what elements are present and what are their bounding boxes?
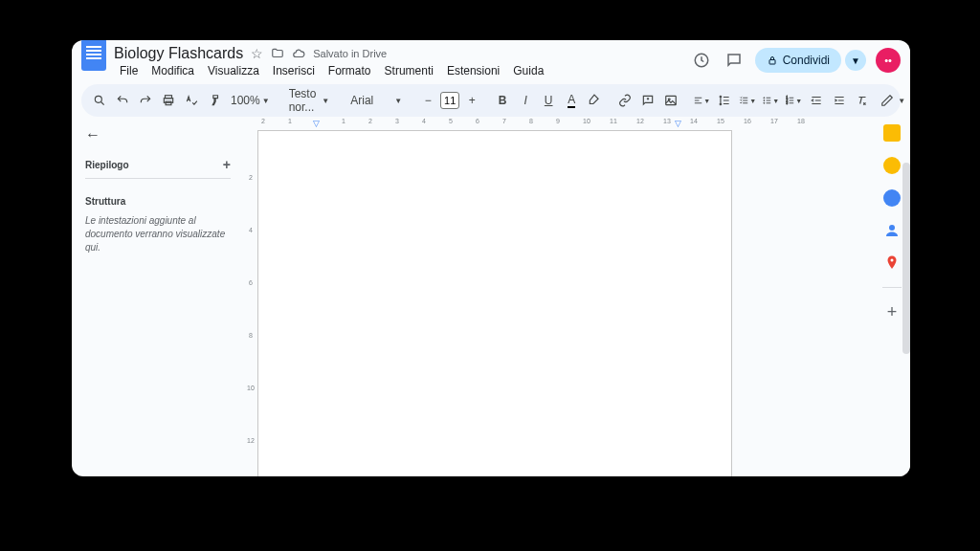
side-panel: + [874, 119, 910, 320]
svg-point-10 [764, 102, 765, 103]
undo-icon[interactable] [112, 89, 133, 112]
account-avatar[interactable]: •• [876, 48, 901, 73]
menu-format[interactable]: Formato [323, 62, 377, 79]
bulleted-list-icon[interactable]: ▼ [760, 89, 781, 112]
docs-logo-icon[interactable] [81, 40, 106, 71]
numbered-list-icon[interactable]: 123▼ [783, 89, 804, 112]
svg-point-15 [891, 259, 894, 262]
menu-edit[interactable]: Modifica [145, 62, 200, 79]
menu-file[interactable]: File [114, 62, 144, 79]
font-size-input[interactable] [440, 92, 459, 109]
share-button[interactable]: Condividi [755, 48, 841, 73]
left-indent-marker[interactable]: ▽ [313, 119, 320, 128]
add-addon-icon[interactable]: + [883, 303, 901, 320]
bold-icon[interactable]: B [492, 89, 513, 112]
svg-rect-1 [769, 60, 775, 65]
svg-point-9 [764, 100, 765, 101]
calendar-icon[interactable] [883, 124, 901, 142]
share-dropdown[interactable]: ▼ [845, 50, 866, 71]
maps-icon[interactable] [883, 254, 901, 272]
menu-view[interactable]: Visualizza [202, 62, 265, 79]
underline-icon[interactable]: U [538, 89, 559, 112]
menu-tools[interactable]: Strumenti [379, 62, 439, 79]
decrease-font-icon[interactable]: − [417, 89, 438, 112]
menu-help[interactable]: Guida [507, 62, 549, 79]
font-dropdown[interactable]: Arial▼ [345, 94, 408, 107]
menu-extensions[interactable]: Estensioni [441, 62, 505, 79]
app-window: Biology Flashcards ☆ Salvato in Drive Fi… [72, 40, 910, 476]
move-folder-icon[interactable] [271, 47, 284, 60]
document-page[interactable] [257, 130, 732, 476]
keep-icon[interactable] [883, 157, 901, 174]
cloud-status-icon[interactable] [292, 47, 305, 60]
search-icon[interactable] [89, 89, 110, 112]
right-indent-marker[interactable]: ▽ [675, 119, 681, 128]
star-icon[interactable]: ☆ [251, 46, 263, 61]
svg-point-2 [95, 96, 101, 102]
paragraph-style-dropdown[interactable]: Testo nor...▼ [283, 87, 336, 114]
horizontal-ruler[interactable]: 2 1 ▽ 1 2 3 4 5 6 7 8 9 10 11 12 13 ▽ 14… [257, 117, 910, 130]
lock-icon [767, 55, 778, 66]
redo-icon[interactable] [135, 89, 156, 112]
vertical-ruler[interactable]: 2 4 6 8 10 12 [244, 117, 257, 476]
tasks-icon[interactable] [883, 189, 901, 207]
increase-indent-icon[interactable] [829, 89, 850, 112]
clear-formatting-icon[interactable] [852, 89, 873, 112]
summary-header: Riepilogo [85, 160, 129, 170]
print-icon[interactable] [158, 89, 179, 112]
svg-point-14 [889, 225, 895, 231]
text-color-icon[interactable]: A [561, 89, 582, 112]
contacts-icon[interactable] [883, 222, 901, 239]
content-area: ← Riepilogo + Struttura Le intestazioni … [72, 117, 910, 476]
editing-mode-dropdown[interactable]: ▼ [875, 94, 910, 107]
share-label: Condividi [783, 54, 830, 67]
insert-link-icon[interactable] [614, 89, 635, 112]
toolbar: 100%▼ Testo nor...▼ Arial▼ − + B I U A ▼… [81, 84, 901, 117]
increase-font-icon[interactable]: + [461, 89, 482, 112]
add-summary-icon[interactable]: + [223, 157, 231, 172]
add-comment-icon[interactable] [637, 89, 658, 112]
align-icon[interactable]: ▼ [691, 89, 712, 112]
document-area: 2 1 ▽ 1 2 3 4 5 6 7 8 9 10 11 12 13 ▽ 14… [257, 117, 910, 476]
italic-icon[interactable]: I [515, 89, 536, 112]
structure-empty-text: Le intestazioni aggiunte al documento ve… [85, 214, 231, 254]
comments-icon[interactable] [723, 49, 746, 72]
paint-format-icon[interactable] [204, 89, 225, 112]
spellcheck-icon[interactable] [181, 89, 202, 112]
zoom-dropdown[interactable]: 100%▼ [227, 94, 274, 107]
document-title[interactable]: Biology Flashcards [114, 45, 243, 62]
svg-text:3: 3 [787, 101, 789, 105]
structure-header: Struttura [85, 196, 231, 207]
line-spacing-icon[interactable] [714, 89, 735, 112]
header-actions: Condividi ▼ •• [690, 48, 901, 73]
decrease-indent-icon[interactable] [806, 89, 827, 112]
close-outline-icon[interactable]: ← [85, 126, 100, 143]
insert-image-icon[interactable] [660, 89, 681, 112]
menu-insert[interactable]: Inserisci [267, 62, 321, 79]
history-icon[interactable] [690, 49, 713, 72]
svg-point-8 [764, 98, 765, 99]
outline-panel: ← Riepilogo + Struttura Le intestazioni … [72, 117, 244, 476]
save-status: Salvato in Drive [313, 48, 387, 59]
highlight-icon[interactable] [584, 89, 605, 112]
checklist-icon[interactable]: ▼ [737, 89, 758, 112]
